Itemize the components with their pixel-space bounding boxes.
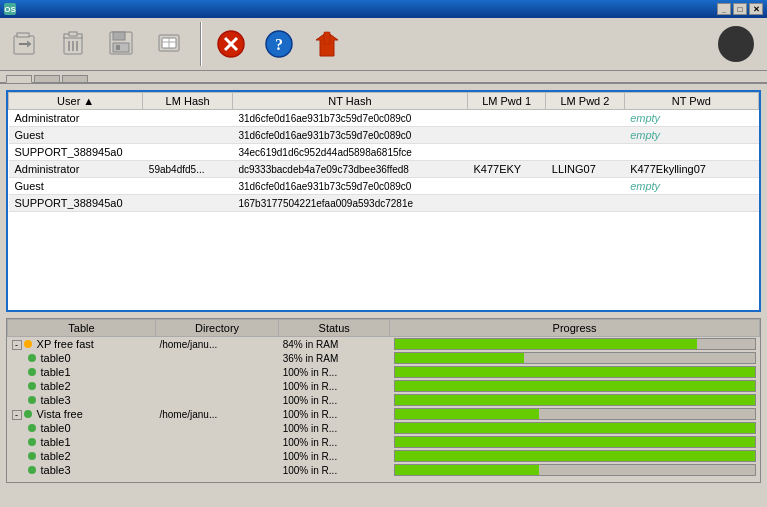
- child-progress: [390, 393, 760, 407]
- child-directory: [155, 435, 278, 449]
- tables-status-container: Table Directory Status Progress - XP fre…: [6, 318, 761, 483]
- credentials-table-container: User ▲ LM Hash NT Hash LM Pwd 1 LM Pwd 2…: [6, 90, 761, 312]
- load-icon: [11, 28, 43, 60]
- svg-text:?: ?: [275, 36, 283, 53]
- list-item: table0100% in R...: [8, 421, 760, 435]
- cell-nt-pwd: empty: [624, 110, 758, 127]
- child-directory: [155, 365, 278, 379]
- child-name: table3: [8, 393, 156, 407]
- collapse-button[interactable]: -: [12, 340, 22, 350]
- maximize-button[interactable]: □: [733, 3, 747, 15]
- cell-lm-hash: [143, 127, 233, 144]
- cell-lm-pwd1: [467, 195, 545, 212]
- cell-lm-hash: [143, 110, 233, 127]
- cell-lm-pwd2: [546, 110, 624, 127]
- table-row[interactable]: SUPPORT_388945a034ec619d1d6c952d44ad5898…: [9, 144, 759, 161]
- tables-icon: [155, 28, 187, 60]
- cell-lm-pwd1: K477EKY: [467, 161, 545, 178]
- child-name: table1: [8, 435, 156, 449]
- cell-user: SUPPORT_388945a0: [9, 144, 143, 161]
- status-dot: [24, 410, 32, 418]
- minimize-button[interactable]: _: [717, 3, 731, 15]
- delete-button[interactable]: [54, 25, 96, 63]
- child-directory: [155, 379, 278, 393]
- close-button[interactable]: ✕: [749, 3, 763, 15]
- stop-icon: [215, 28, 247, 60]
- col-header-lm-hash[interactable]: LM Hash: [143, 93, 233, 110]
- group-status: 84% in RAM: [279, 337, 390, 352]
- child-status: 100% in R...: [279, 379, 390, 393]
- table-row[interactable]: Guest31d6cfe0d16ae931b73c59d7e0c089c0emp…: [9, 127, 759, 144]
- table-row[interactable]: Administrator59ab4dfd5...dc9333bacdeb4a7…: [9, 161, 759, 178]
- child-progress: [390, 449, 760, 463]
- group-status: 100% in R...: [279, 407, 390, 421]
- svg-rect-0: [14, 36, 34, 54]
- bottom-col-directory: Directory: [155, 320, 278, 337]
- about-button[interactable]: [711, 23, 761, 65]
- child-directory: [155, 449, 278, 463]
- col-header-lm-pwd1[interactable]: LM Pwd 1: [467, 93, 545, 110]
- cell-nt-hash: 31d6cfe0d16ae931b73c59d7e0c089c0: [232, 127, 467, 144]
- group-directory: /home/janu...: [155, 407, 278, 421]
- tables-button[interactable]: [150, 25, 192, 63]
- col-header-user[interactable]: User ▲: [9, 93, 143, 110]
- bottom-col-status: Status: [279, 320, 390, 337]
- credentials-table: User ▲ LM Hash NT Hash LM Pwd 1 LM Pwd 2…: [8, 92, 759, 212]
- svg-rect-11: [116, 45, 120, 50]
- status-dot: [24, 340, 32, 348]
- help-icon: ?: [263, 28, 295, 60]
- tab-statistics[interactable]: [34, 75, 60, 82]
- table-row[interactable]: Guest31d6cfe0d16ae931b73c59d7e0c089c0emp…: [9, 178, 759, 195]
- tab-preferences[interactable]: [62, 75, 88, 82]
- separator-1: [200, 22, 202, 66]
- list-item: table2100% in R...: [8, 379, 760, 393]
- collapse-button[interactable]: -: [12, 410, 22, 420]
- tab-progress[interactable]: [6, 75, 32, 83]
- save-button[interactable]: [102, 25, 144, 63]
- cell-user: SUPPORT_388945a0: [9, 195, 143, 212]
- list-item: table2100% in R...: [8, 449, 760, 463]
- table-row[interactable]: SUPPORT_388945a0167b3177504221efaa009a59…: [9, 195, 759, 212]
- bottom-col-progress: Progress: [390, 320, 760, 337]
- group-directory: /home/janu...: [155, 337, 278, 352]
- cell-lm-pwd1: [467, 127, 545, 144]
- cell-lm-pwd2: [546, 178, 624, 195]
- cell-user: Guest: [9, 178, 143, 195]
- list-item: - Vista free/home/janu...100% in R...: [8, 407, 760, 421]
- help-button[interactable]: ?: [258, 25, 300, 63]
- cell-nt-hash: 167b3177504221efaa009a593dc7281e: [232, 195, 467, 212]
- cell-lm-hash: [143, 195, 233, 212]
- list-item: table1100% in R...: [8, 365, 760, 379]
- cell-lm-pwd2: LLING07: [546, 161, 624, 178]
- app-icon: OS: [4, 3, 16, 15]
- cell-user: Administrator: [9, 161, 143, 178]
- svg-rect-9: [113, 32, 125, 40]
- child-name: table0: [8, 351, 156, 365]
- status-dot: [28, 438, 36, 446]
- child-name: table2: [8, 379, 156, 393]
- cell-user: Administrator: [9, 110, 143, 127]
- svg-marker-22: [324, 32, 330, 44]
- col-header-lm-pwd2[interactable]: LM Pwd 2: [546, 93, 624, 110]
- cell-nt-hash: dc9333bacdeb4a7e09c73dbee36ffed8: [232, 161, 467, 178]
- col-header-nt-hash[interactable]: NT Hash: [232, 93, 467, 110]
- child-name: table3: [8, 463, 156, 477]
- bottom-col-table: Table: [8, 320, 156, 337]
- child-directory: [155, 393, 278, 407]
- status-dot: [28, 424, 36, 432]
- window-controls: _ □ ✕: [717, 3, 763, 15]
- cell-lm-pwd2: [546, 127, 624, 144]
- load-button[interactable]: [6, 25, 48, 63]
- table-row[interactable]: Administrator31d6cfe0d16ae931b73c59d7e0c…: [9, 110, 759, 127]
- exit-button[interactable]: [306, 25, 348, 63]
- tables-status-table: Table Directory Status Progress - XP fre…: [7, 319, 760, 477]
- delete-icon: [59, 28, 91, 60]
- exit-icon: [311, 28, 343, 60]
- title-bar: OS _ □ ✕: [0, 0, 767, 18]
- cell-nt-pwd: [624, 195, 758, 212]
- stop-button[interactable]: [210, 25, 252, 63]
- child-status: 100% in R...: [279, 393, 390, 407]
- col-header-nt-pwd[interactable]: NT Pwd: [624, 93, 758, 110]
- save-icon: [107, 28, 139, 60]
- group-progress: [390, 407, 760, 421]
